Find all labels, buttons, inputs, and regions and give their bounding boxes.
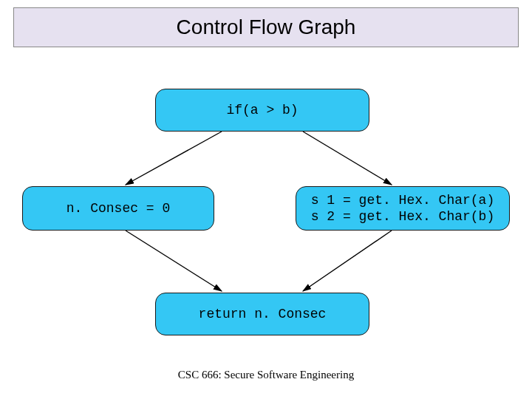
edge-condition-to-left [126, 132, 222, 185]
edge-condition-to-right [303, 132, 392, 185]
footer-text: CSC 666: Secure Software Engineering [0, 369, 532, 381]
node-return: return n. Consec [155, 293, 369, 335]
node-true-branch: s 1 = get. Hex. Char(a) s 2 = get. Hex. … [296, 186, 510, 231]
title-bar: Control Flow Graph [13, 7, 519, 47]
page-title: Control Flow Graph [177, 16, 356, 39]
node-condition: if(a > b) [155, 89, 369, 132]
edge-left-to-return [126, 231, 222, 291]
edge-right-to-return [303, 231, 392, 291]
node-false-branch: n. Consec = 0 [22, 186, 214, 231]
